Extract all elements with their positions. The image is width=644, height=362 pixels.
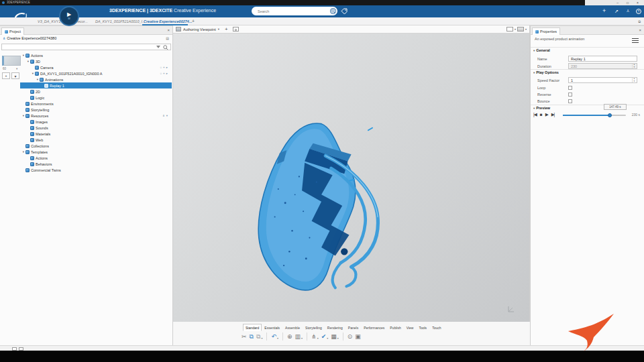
3d-model[interactable] xyxy=(244,119,396,295)
section-preview[interactable]: ▾ Preview xyxy=(533,106,550,110)
tree-item-animations[interactable]: ▾Animations xyxy=(20,76,172,82)
select-icon[interactable]: ▸ xyxy=(166,66,169,69)
tree-item-storytelling[interactable]: Storytelling xyxy=(20,107,172,113)
tree-item-3d[interactable]: ▾3D xyxy=(20,58,172,64)
add-viewpoint-button[interactable]: + xyxy=(225,26,228,32)
duration-stepper[interactable]: ▴▾ xyxy=(632,64,636,68)
tree-item-resources[interactable]: ▾Resources ⋔▾ xyxy=(20,113,172,119)
tree-item-2d[interactable]: 2D xyxy=(20,88,172,95)
tree-search-icon[interactable] xyxy=(163,45,168,50)
tab-properties[interactable]: Properties xyxy=(532,27,560,35)
skip-end-button[interactable]: ▶| xyxy=(551,112,555,117)
ribbon-tab-tools[interactable]: Tools xyxy=(416,324,429,331)
tab-active-experience[interactable]: Creative Experience00274... xyxy=(144,19,192,23)
tree-item-commercial-twins[interactable]: Commercial Twins xyxy=(20,167,172,173)
caret-down-icon[interactable]: ▾ xyxy=(166,114,169,117)
experience-root-row[interactable]: ⋔ Creative Experience00274380 xyxy=(3,36,56,40)
close-project-panel-icon[interactable]: × xyxy=(167,28,170,32)
reverse-checkbox[interactable] xyxy=(568,93,572,97)
frame-caret-icon[interactable]: ▾ xyxy=(16,67,17,70)
close-button[interactable]: × xyxy=(637,0,639,5)
update-button[interactable]: ▦▾ xyxy=(331,333,339,340)
share-icon[interactable]: ↗ xyxy=(614,9,619,14)
loop-checkbox[interactable] xyxy=(568,86,572,90)
catalog-button[interactable]: ▥▾ xyxy=(295,333,303,340)
viewpoint-selector[interactable]: Authoring Viewpoint xyxy=(183,27,216,32)
cut-button[interactable]: ✂ xyxy=(241,333,247,340)
row-action-icons[interactable]: ○+▸ xyxy=(160,72,169,75)
tree-item-template-actions[interactable]: Actions xyxy=(20,155,172,161)
tree-item-materials[interactable]: Materials xyxy=(20,131,172,137)
new-tab-button[interactable]: + xyxy=(192,19,195,23)
section-caret-icon[interactable]: ▾ xyxy=(533,49,535,52)
ribbon-tab-performances[interactable]: Performances xyxy=(361,324,387,331)
tree-item-logic[interactable]: Logic xyxy=(20,95,172,101)
add-frame-button[interactable]: + xyxy=(2,72,10,79)
search-tool-button[interactable]: ⊙ xyxy=(347,333,353,340)
tree-item-images[interactable]: Images xyxy=(20,119,172,125)
undo-button[interactable]: ↶▾ xyxy=(271,333,278,340)
speed-factor-field[interactable]: 1 ▴▾ xyxy=(568,77,637,83)
tree-item-environments[interactable]: Environments xyxy=(20,101,172,107)
tree-filter-input[interactable] xyxy=(1,44,171,50)
resources-structure-icon[interactable]: ⋔▾ xyxy=(162,114,169,117)
secondary-window-icon[interactable] xyxy=(19,347,23,351)
window-layout-icon[interactable] xyxy=(12,347,17,351)
display-mode-icon[interactable] xyxy=(506,27,513,32)
ribbon-tab-publish[interactable]: Publish xyxy=(387,324,403,331)
caret-down-icon[interactable]: ▾ xyxy=(525,27,527,31)
panel-menu-icon[interactable] xyxy=(632,38,639,39)
user-avatar[interactable]: ▶ M xyxy=(59,6,79,26)
tree-item-actions[interactable]: ▾Actions xyxy=(20,52,172,58)
minimize-button[interactable]: – xyxy=(616,0,619,5)
ribbon-tab-view[interactable]: View xyxy=(404,324,417,331)
apps-icon[interactable]: Y xyxy=(627,9,629,13)
skip-start-button[interactable]: |◀ xyxy=(533,112,537,117)
section-general[interactable]: ▾ General xyxy=(533,48,550,52)
list-options-icon[interactable]: ▤ xyxy=(166,36,169,40)
add-content-icon[interactable]: + xyxy=(602,7,606,14)
copy-button[interactable]: ⧉ xyxy=(250,333,254,340)
ribbon-tab-touch[interactable]: Touch xyxy=(429,324,443,331)
slider-handle[interactable] xyxy=(608,113,612,117)
tree-item-product[interactable]: ▾DA_KVY1_001F521A0010_IGN000 A ○+▸ xyxy=(20,70,172,76)
search-icon[interactable] xyxy=(330,8,336,14)
capture-icon[interactable] xyxy=(233,27,239,32)
section-play-options[interactable]: ▾ Play Options xyxy=(533,70,559,74)
close-properties-panel-icon[interactable]: × xyxy=(639,28,641,32)
play-button[interactable]: ▶ xyxy=(545,112,548,117)
tree-item-behaviors[interactable]: Behaviors xyxy=(20,161,172,167)
search-input[interactable] xyxy=(252,9,319,13)
caret-down-icon[interactable]: ▾ xyxy=(515,27,516,31)
tree-item-camera[interactable]: Camera ○+▸ xyxy=(20,64,172,70)
render-mode-icon[interactable] xyxy=(517,27,524,32)
tree-item-collections[interactable]: Collections xyxy=(20,143,172,149)
frame-thumbnail[interactable] xyxy=(2,56,21,66)
section-caret-icon[interactable]: ▾ xyxy=(533,71,535,74)
expand-panel-icon[interactable]: ⧉ xyxy=(638,19,641,24)
maximize-button[interactable]: □ xyxy=(627,0,629,5)
paste-button[interactable]: ⧉▾ xyxy=(256,333,262,340)
tree-item-web[interactable]: Web xyxy=(20,137,172,143)
zoom-area-button[interactable]: ⊕ xyxy=(287,333,292,340)
filter-icon[interactable] xyxy=(156,46,160,48)
speed-factor-stepper[interactable]: ▴▾ xyxy=(632,78,636,82)
row-action-icons[interactable]: ○+▸ xyxy=(160,66,169,69)
tree-item-replay1[interactable]: Replay 1 xyxy=(20,82,172,88)
view-box-button[interactable]: ▣ xyxy=(355,333,361,340)
name-field[interactable]: Replay 1 xyxy=(568,56,637,62)
structure-button[interactable]: ⋔▾ xyxy=(311,333,319,340)
tag-icon[interactable] xyxy=(341,8,347,15)
tab-project[interactable]: Project xyxy=(1,27,24,35)
tree-item-templates[interactable]: ▾Templates xyxy=(20,149,172,155)
viewpoint-caret-icon[interactable]: ▾ xyxy=(218,27,219,31)
bounce-checkbox[interactable] xyxy=(568,99,572,103)
stop-button[interactable]: ■ xyxy=(540,112,542,117)
tree-item-sounds[interactable]: Sounds xyxy=(20,125,172,131)
select-icon[interactable]: ▸ xyxy=(166,72,169,75)
frame-options-button[interactable]: ▾ xyxy=(11,72,19,79)
section-caret-icon[interactable]: ▾ xyxy=(533,107,535,110)
breadcrumb-product[interactable]: DA_KVY1_001F521A0010_I... xyxy=(95,19,146,23)
validate-button[interactable]: ✔▾ xyxy=(321,333,329,340)
timeline-slider[interactable]: · · xyxy=(563,115,626,116)
